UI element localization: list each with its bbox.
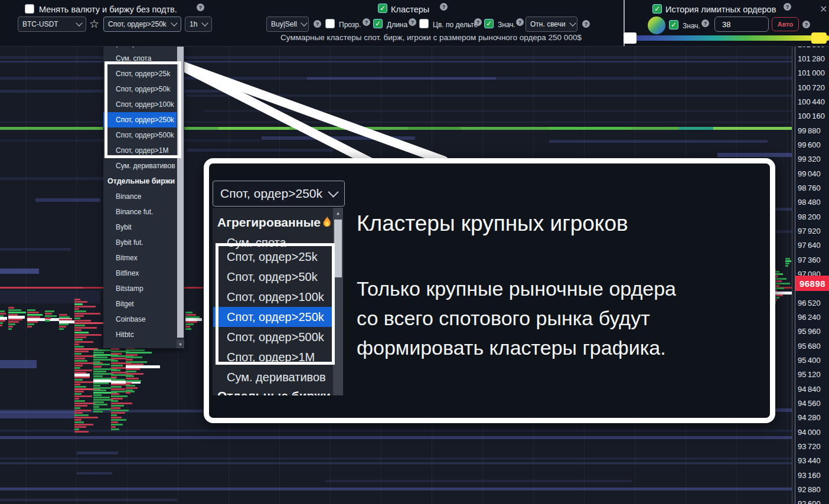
cluster-bar [45,315,57,317]
help-icon[interactable]: ? [409,18,416,26]
limit-value-input[interactable] [714,17,769,32]
cluster-bar [45,318,51,319]
help-icon[interactable]: ? [197,4,204,11]
auto-button[interactable]: Авто [772,17,799,31]
chevron-down-icon [569,19,576,26]
cluster-bar [27,323,34,325]
heatmap-band [0,360,37,368]
help-icon[interactable]: ? [474,18,482,26]
cluster-bar [111,393,119,395]
price-tick: 95 680 [798,342,821,351]
value-label: Знач. [498,21,515,29]
dropdown-group-exchanges[interactable]: Отдельные биржи [103,174,181,189]
exchange-item[interactable]: Bybit fut. [103,235,184,250]
cluster-bar [126,387,138,389]
help-icon[interactable]: ? [784,3,791,11]
heatmap-band [325,480,632,482]
favorite-star-icon[interactable]: ☆ [89,17,99,31]
gradient-slider[interactable] [625,35,829,41]
confirm-switch-checkbox[interactable] [25,4,34,14]
cluster-bar [74,360,87,362]
cluster-bar [111,421,118,423]
dropdown-item-sum-derivatives[interactable]: Сум. деривативов [103,158,184,174]
exchange-item[interactable]: Bitstamp [103,281,184,296]
symbol-select[interactable]: BTC-USDT [18,17,86,32]
value-checkbox[interactable] [484,19,494,28]
cluster-bar [126,368,140,370]
cluster-bar [126,354,138,356]
cluster-bar [111,417,122,418]
buysell-value: Buy|Sell [271,20,297,28]
cluster-bar [74,414,89,416]
cluster-bar [74,343,79,345]
exchange-item[interactable]: Binance fut. [103,204,184,220]
cluster-bar [93,385,100,387]
scroll-down-icon[interactable]: ▼ [177,340,184,348]
price-scale[interactable]: 101 560101 280101 000100 720100 440100 1… [795,46,829,504]
exchange-item[interactable]: Bitfinex [103,266,184,281]
buysell-select[interactable]: Buy|Sell [266,17,309,32]
cluster-bar [126,390,133,391]
cluster-bar [74,393,81,395]
length-checkbox[interactable] [373,19,383,28]
length-label: Длина [387,21,407,29]
limit-value-checkbox[interactable] [669,20,678,30]
help-icon[interactable]: ? [701,19,709,27]
cluster-bar [785,263,789,264]
close-icon[interactable]: ✕ [820,4,827,15]
exchange-item[interactable]: Binance [103,189,184,204]
cluster-bar [8,326,13,328]
timeframe-select[interactable]: 1h [185,17,212,32]
help-icon[interactable]: ? [440,3,448,11]
exchange-item[interactable]: Coinbase [103,312,184,327]
delta-color-checkbox[interactable] [419,19,429,28]
cluster-bar [74,428,79,430]
price-tick: 94 560 [798,399,821,408]
cluster-bar [126,359,133,361]
price-tick: 95 400 [798,356,821,365]
exchange-item[interactable]: Hitbtc [103,327,184,342]
gradient-slider-handle-left[interactable] [624,32,637,44]
help-icon[interactable]: ? [582,20,590,28]
cluster-bar [126,373,143,375]
chevron-down-icon [328,186,338,197]
transparency-checkbox[interactable] [325,19,335,28]
scrollbar-thumb [334,220,342,277]
cluster-bar [785,260,791,262]
clusters-label: Кластеры [391,5,429,14]
heatmap-band [0,499,177,501]
help-icon[interactable]: ? [516,18,524,26]
price-tick: 101 280 [798,54,825,64]
fire-icon [322,216,332,228]
cluster-bar [111,428,119,430]
help-icon[interactable]: ? [363,18,370,26]
limit-orders-checkbox[interactable] [652,4,662,14]
cluster-bar [93,399,113,401]
exchange-item[interactable]: Bitmex [103,250,184,266]
cluster-bar [45,310,54,312]
chevron-down-icon [171,19,177,26]
cluster-bar [126,382,132,384]
cluster-bar [74,405,87,407]
gradient-slider-handle-right[interactable] [811,32,827,44]
clusters-checkbox[interactable] [378,4,387,13]
exchange-item[interactable]: Bybit [103,220,184,235]
help-icon[interactable]: ? [802,21,810,28]
price-tick: 96 520 [798,299,821,308]
cluster-bar [59,328,64,330]
candle-mode-select[interactable]: Отн. свечи [526,17,577,32]
order-filter-select[interactable]: Спот, ордер>250k [103,17,181,32]
price-tick: 93 440 [798,456,821,466]
price-tick: 99 880 [798,126,821,136]
cluster-bar [74,327,97,329]
cluster-bar [126,378,139,379]
price-tick: 97 360 [798,256,821,265]
exchange-item[interactable]: Bitget [103,296,184,312]
cluster-bar [93,375,103,377]
cluster-bar [111,414,117,416]
cluster-bar [93,394,102,396]
help-icon[interactable]: ? [314,20,321,28]
heatmap-palette-swatch[interactable] [648,17,665,34]
cluster-bar [0,310,5,312]
cluster-bar [93,371,106,372]
